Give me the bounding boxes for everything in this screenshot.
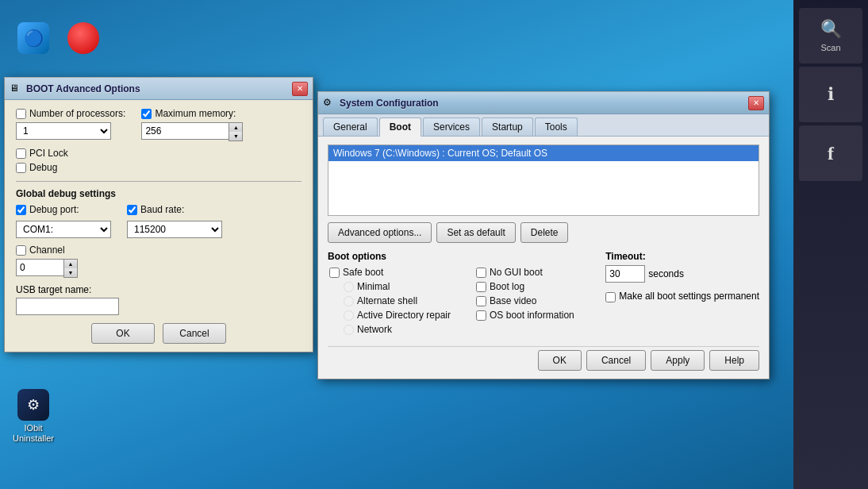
boot-options-cols: Safe boot Minimal Alternate shell A — [328, 267, 597, 338]
baud-rate-checkbox[interactable] — [127, 205, 137, 215]
boot-options-col-right: No GUI boot Boot log Base video OS — [474, 267, 574, 338]
baud-rate-row: Baud rate: — [127, 204, 222, 215]
syscfg-ok-button[interactable]: OK — [538, 350, 582, 371]
channel-group: Channel ▲ ▼ — [16, 244, 301, 278]
max-memory-label: Maximum memory: — [155, 108, 236, 119]
max-memory-checkbox[interactable] — [141, 109, 152, 119]
boot-options-left: Boot options Safe boot Minimal — [328, 251, 597, 338]
channel-checkbox[interactable] — [16, 245, 26, 256]
ad-repair-label: Active Directory repair — [357, 310, 451, 321]
set-as-default-button[interactable]: Set as default — [436, 222, 515, 243]
divider1 — [16, 181, 301, 182]
syscfg-help-button[interactable]: Help — [709, 350, 759, 371]
syscfg-cancel-button[interactable]: Cancel — [586, 350, 646, 371]
max-memory-spinbtns: ▲ ▼ — [229, 122, 243, 141]
no-gui-boot-row: No GUI boot — [474, 267, 574, 278]
no-gui-boot-checkbox[interactable] — [476, 268, 486, 278]
pci-lock-checkbox[interactable] — [16, 148, 26, 159]
debug-port-checkbox[interactable] — [16, 205, 26, 215]
alternate-shell-radio[interactable] — [344, 296, 354, 306]
boot-window-title: BOOT Advanced Options — [26, 83, 292, 94]
iobit-icon: ⚙ — [17, 389, 49, 421]
syscfg-controls: ✕ — [748, 96, 764, 110]
channel-row: Channel — [16, 244, 301, 256]
boot-window-content: Number of processors: 1 2 4 Maximum memo… — [5, 100, 313, 352]
right-panel: 🔍 Scan ℹ f — [793, 0, 868, 489]
tab-services[interactable]: Services — [423, 117, 480, 136]
boot-log-checkbox[interactable] — [476, 282, 486, 292]
tab-startup[interactable]: Startup — [482, 117, 533, 136]
info-button[interactable]: ℹ — [799, 67, 862, 122]
channel-label: Channel — [29, 244, 65, 256]
boot-window-icon: 🖥 — [10, 83, 22, 95]
timeout-label: Timeout: — [605, 251, 759, 262]
num-processors-select[interactable]: 1 2 4 — [16, 122, 111, 140]
network-radio[interactable] — [344, 325, 354, 335]
timeout-unit: seconds — [648, 268, 684, 279]
syscfg-icon: ⚙ — [323, 97, 336, 110]
tab-tools[interactable]: Tools — [535, 117, 578, 136]
advanced-options-button[interactable]: Advanced options... — [328, 222, 432, 243]
desktop-icon-iobit[interactable]: ⚙ IObit Uninstaller — [10, 389, 57, 444]
permanent-checkbox[interactable] — [605, 292, 616, 302]
usb-target-group: USB target name: — [16, 284, 301, 315]
boot-window-close[interactable]: ✕ — [292, 82, 308, 96]
timeout-section: Timeout: seconds Make all boot settings … — [605, 251, 759, 338]
debug-label: Debug — [29, 162, 57, 173]
safe-boot-checkbox[interactable] — [329, 268, 340, 278]
alternate-shell-row: Alternate shell — [328, 295, 451, 306]
tab-bar: General Boot Services Startup Tools — [318, 114, 769, 137]
debug-fields: Debug port: COM1: COM2: COM3: Baud rate:… — [16, 204, 301, 238]
fb-button[interactable]: f — [799, 125, 862, 181]
max-memory-up[interactable]: ▲ — [229, 123, 242, 132]
syscfg-apply-button[interactable]: Apply — [651, 350, 705, 371]
boot-options-section: Boot options Safe boot Minimal — [328, 251, 759, 338]
usb-target-label: USB target name: — [16, 284, 301, 295]
desktop-icon-blue[interactable]: 🔵 — [10, 22, 57, 56]
tab-boot[interactable]: Boot — [379, 117, 421, 137]
max-memory-down[interactable]: ▼ — [229, 132, 242, 141]
os-boot-info-label: OS boot information — [490, 310, 574, 321]
max-memory-input[interactable] — [141, 122, 229, 140]
timeout-input[interactable] — [605, 265, 645, 283]
channel-input[interactable] — [16, 259, 63, 276]
network-label: Network — [357, 324, 392, 335]
safe-boot-label: Safe boot — [343, 267, 383, 278]
scan-button[interactable]: 🔍 Scan — [799, 8, 862, 64]
boot-ok-button[interactable]: OK — [91, 323, 155, 344]
alternate-shell-label: Alternate shell — [357, 295, 417, 306]
base-video-checkbox[interactable] — [476, 296, 486, 306]
boot-window: 🖥 BOOT Advanced Options ✕ Number of proc… — [4, 77, 313, 352]
os-boot-info-checkbox[interactable] — [476, 310, 486, 321]
boot-window-titlebar: 🖥 BOOT Advanced Options ✕ — [5, 78, 313, 100]
delete-button[interactable]: Delete — [520, 222, 569, 243]
ad-repair-radio[interactable] — [344, 310, 354, 321]
baud-rate-select[interactable]: 115200 57600 19200 9600 — [127, 221, 222, 238]
boot-cancel-button[interactable]: Cancel — [163, 323, 226, 344]
timeout-row: seconds — [605, 265, 759, 283]
red-icon — [67, 22, 99, 54]
iobit-label: IObit Uninstaller — [10, 423, 57, 444]
global-debug-title: Global debug settings — [16, 188, 301, 199]
num-processors-checkbox[interactable] — [16, 109, 26, 119]
desktop-icon-red[interactable] — [60, 22, 107, 56]
usb-target-input[interactable] — [16, 298, 119, 315]
max-memory-group: Maximum memory: ▲ ▼ — [141, 108, 243, 141]
boot-options-label: Boot options — [328, 251, 597, 262]
search-icon: 🔍 — [820, 19, 842, 40]
channel-up[interactable]: ▲ — [64, 260, 77, 268]
max-memory-spinner: ▲ ▼ — [141, 122, 243, 141]
minimal-label: Minimal — [357, 281, 390, 292]
boot-list-item[interactable]: Windows 7 (C:\Windows) : Current OS; Def… — [328, 145, 759, 161]
debug-port-select[interactable]: COM1: COM2: COM3: — [16, 221, 111, 238]
base-video-label: Base video — [490, 295, 536, 306]
boot-dialog-buttons: OK Cancel — [16, 323, 301, 344]
minimal-radio[interactable] — [344, 282, 354, 292]
syscfg-close[interactable]: ✕ — [748, 96, 764, 110]
tab-general[interactable]: General — [323, 117, 378, 136]
channel-down[interactable]: ▼ — [64, 268, 77, 277]
permanent-label: Make all boot settings permanent — [619, 291, 759, 302]
minimal-row: Minimal — [328, 281, 451, 292]
debug-checkbox[interactable] — [16, 163, 26, 173]
boot-entries-list[interactable]: Windows 7 (C:\Windows) : Current OS; Def… — [328, 144, 759, 216]
